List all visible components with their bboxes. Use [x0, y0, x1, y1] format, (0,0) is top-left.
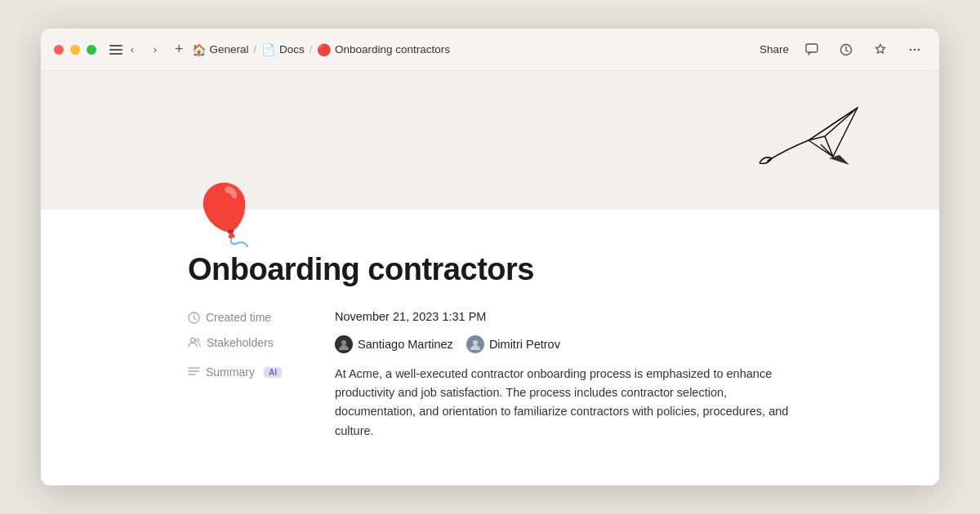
stakeholder-2[interactable]: Dimitri Petrov	[466, 335, 560, 353]
stakeholder-2-name: Dimitri Petrov	[489, 338, 560, 351]
property-stakeholders: Stakeholders Santiago Martinez	[188, 335, 792, 353]
page-icon: 🎈	[188, 185, 792, 244]
breadcrumb-general[interactable]: 🏠 General	[192, 43, 249, 56]
favorite-button[interactable]	[869, 38, 892, 61]
breadcrumb-current-label: Onboarding contractors	[335, 43, 450, 55]
sidebar-toggle[interactable]	[109, 45, 122, 55]
avatar-santiago	[335, 335, 353, 353]
more-button[interactable]	[903, 38, 926, 61]
breadcrumb-current[interactable]: 🔴 Onboarding contractors	[317, 43, 450, 56]
ai-badge: AI	[264, 367, 282, 378]
titlebar: ‹ › + 🏠 General / 📄 Docs / 🔴 Onboarding …	[41, 29, 939, 71]
avatar-icon	[336, 337, 351, 352]
breadcrumb-general-label: General	[210, 43, 249, 55]
svg-rect-0	[806, 44, 817, 52]
breadcrumb-sep-1: /	[254, 44, 256, 55]
created-time-label-text: Created time	[206, 311, 271, 324]
breadcrumb: 🏠 General / 📄 Docs / 🔴 Onboarding contra…	[192, 43, 760, 56]
created-time-value: November 21, 2023 1:31 PM	[335, 310, 486, 323]
svg-point-2	[910, 48, 912, 51]
page-breadcrumb-icon: 🔴	[317, 43, 331, 56]
breadcrumb-docs-label: Docs	[279, 43, 305, 55]
clock-icon	[188, 312, 200, 324]
star-icon	[874, 43, 887, 56]
breadcrumb-docs[interactable]: 📄 Docs	[261, 43, 305, 56]
summary-label: Summary AI	[188, 365, 318, 379]
property-summary: Summary AI At Acme, a well-executed cont…	[188, 365, 792, 441]
svg-point-6	[191, 339, 195, 343]
people-icon	[188, 337, 201, 348]
svg-point-7	[196, 339, 199, 342]
paper-plane-sketch	[743, 91, 874, 193]
stakeholder-1-name: Santiago Martinez	[358, 338, 453, 351]
general-icon: 🏠	[192, 43, 206, 56]
docs-icon: 📄	[261, 43, 275, 56]
svg-point-4	[918, 48, 920, 51]
close-dot[interactable]	[54, 45, 64, 55]
forward-button[interactable]: ›	[145, 40, 165, 60]
stakeholder-1[interactable]: Santiago Martinez	[335, 335, 453, 353]
summary-text: At Acme, a well-executed contractor onbo…	[335, 365, 792, 441]
svg-point-9	[341, 340, 346, 345]
share-button[interactable]: Share	[760, 43, 789, 55]
comment-button[interactable]	[800, 38, 823, 61]
created-time-label: Created time	[188, 310, 318, 324]
back-button[interactable]: ‹	[122, 40, 142, 60]
avatar-dimitri	[466, 335, 484, 353]
svg-point-3	[914, 48, 916, 51]
page-body: 🎈 Onboarding contractors Created time No…	[41, 210, 939, 485]
titlebar-actions: Share	[760, 38, 926, 61]
window-controls	[54, 45, 96, 55]
breadcrumb-sep-2: /	[310, 44, 312, 55]
svg-point-11	[473, 340, 478, 345]
stakeholders-label: Stakeholders	[188, 335, 318, 349]
history-button[interactable]	[835, 38, 858, 61]
app-window: ‹ › + 🏠 General / 📄 Docs / 🔴 Onboarding …	[41, 29, 939, 485]
maximize-dot[interactable]	[87, 45, 96, 55]
property-created-time: Created time November 21, 2023 1:31 PM	[188, 310, 792, 324]
nav-buttons: ‹ ›	[122, 40, 165, 60]
summary-icon	[188, 366, 200, 378]
stakeholders-label-text: Stakeholders	[207, 336, 274, 349]
page-title: Onboarding contractors	[188, 252, 792, 287]
summary-label-text: Summary	[206, 366, 255, 379]
history-icon	[840, 43, 853, 56]
comment-icon	[805, 43, 818, 56]
content-wrapper: 🎈 Onboarding contractors Created time No…	[41, 71, 939, 485]
avatar-icon-2	[468, 337, 483, 352]
add-button[interactable]: +	[175, 41, 184, 58]
summary-value: At Acme, a well-executed contractor onbo…	[335, 365, 792, 441]
minimize-dot[interactable]	[70, 45, 80, 55]
stakeholders-value: Santiago Martinez Dimitri Petrov	[335, 335, 560, 353]
properties: Created time November 21, 2023 1:31 PM S…	[188, 310, 792, 441]
more-icon	[908, 43, 921, 56]
